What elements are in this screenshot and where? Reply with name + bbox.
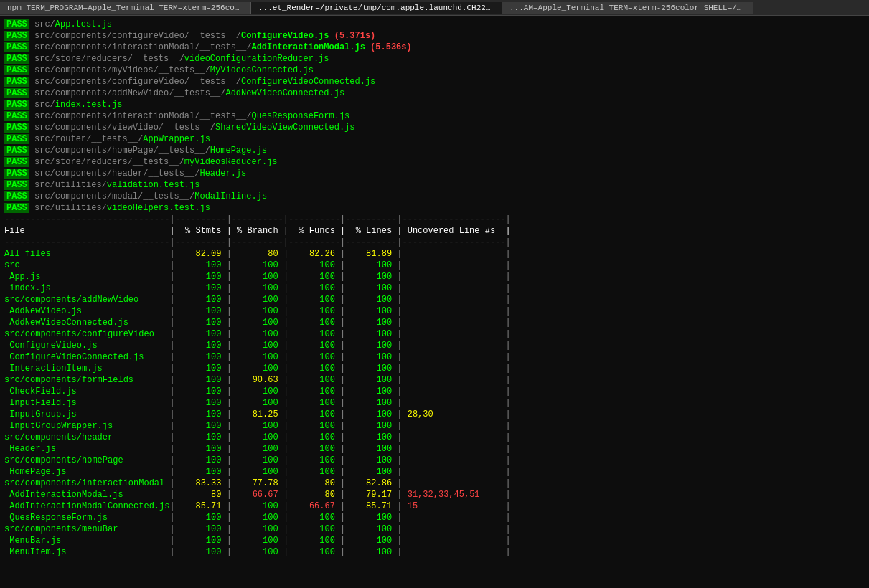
- row-stmts: 100: [175, 306, 227, 316]
- row-lines: 100: [345, 260, 397, 270]
- file-name: HomePage.js: [210, 146, 267, 156]
- file-name: SharedVideoViewConnected.js: [215, 123, 354, 133]
- row-branch: 100: [232, 501, 283, 511]
- row-stmts: 100: [175, 295, 227, 305]
- tab-1[interactable]: npm TERM_PROGRAM=Apple_Terminal TERM=xte…: [0, 2, 251, 14]
- row-file: InputGroupWrapper.js: [4, 421, 169, 431]
- row-uncovered: 28,30: [403, 409, 506, 419]
- terminal-window: npm TERM_PROGRAM=Apple_Terminal TERM=xte…: [0, 0, 869, 588]
- row-funcs: 100: [288, 318, 340, 328]
- row-uncovered: [403, 295, 506, 305]
- table-row: src/components/formFields | 100 | 90.63 …: [4, 375, 511, 385]
- pass-badge: PASS: [4, 42, 29, 52]
- row-lines: 100: [345, 455, 397, 465]
- pass-badge: PASS: [4, 123, 29, 133]
- tab-2[interactable]: ...et_Render=/private/tmp/com.apple.laun…: [251, 2, 502, 14]
- row-file: src/components/addNewVideo: [4, 295, 169, 305]
- row-stmts: 80: [175, 490, 227, 500]
- timing: (5.371s): [329, 31, 375, 41]
- pass-badge: PASS: [4, 157, 29, 167]
- row-funcs: 100: [288, 364, 340, 374]
- table-row: InteractionItem.js | 100 | 100 | 100 | 1…: [4, 364, 511, 374]
- row-funcs: 100: [288, 513, 340, 523]
- table-row: InputField.js | 100 | 100 | 100 | 100 | …: [4, 398, 511, 408]
- row-uncovered: [403, 272, 506, 282]
- row-uncovered: [403, 513, 506, 523]
- row-branch: 100: [232, 536, 283, 546]
- pass-badge: PASS: [4, 65, 29, 75]
- row-lines: 100: [345, 421, 397, 431]
- file-name: AppWrapper.js: [143, 134, 210, 144]
- row-uncovered: [403, 283, 506, 293]
- file-name: validation.test.js: [107, 180, 200, 190]
- row-stmts: 100: [175, 387, 227, 397]
- row-branch: 100: [232, 467, 283, 477]
- row-file: AddNewVideoConnected.js: [4, 318, 169, 328]
- file-name: ConfigureVideoConnected.js: [241, 77, 375, 87]
- row-branch: 100: [232, 260, 283, 270]
- file-name: AddNewVideoConnected.js: [225, 88, 344, 98]
- row-file: src/components/header: [4, 432, 169, 442]
- row-file: src/components/menuBar: [4, 524, 169, 534]
- row-file: ConfigureVideoConnected.js: [4, 352, 169, 362]
- file-path: src/utilities/: [34, 180, 107, 190]
- row-funcs: 100: [288, 398, 340, 408]
- row-file: src/components/formFields: [4, 375, 169, 385]
- row-file: src/components/homePage: [4, 455, 169, 465]
- row-uncovered: [403, 455, 506, 465]
- row-branch: 100: [232, 455, 283, 465]
- row-file: QuesResponseForm.js: [4, 513, 169, 523]
- file-name: QuesResponseForm.js: [251, 111, 349, 121]
- row-stmts: 100: [175, 260, 227, 270]
- row-uncovered: [403, 364, 506, 374]
- row-uncovered: [403, 524, 506, 534]
- row-file: MenuBar.js: [4, 536, 169, 546]
- row-file: AddInteractionModalConnected.js: [4, 501, 169, 511]
- table-row: src/components/homePage | 100 | 100 | 10…: [4, 455, 511, 465]
- row-lines: 100: [345, 398, 397, 408]
- row-stmts: 100: [175, 536, 227, 546]
- row-file: InputGroup.js: [4, 409, 169, 419]
- table-row: AddInteractionModalConnected.js| 85.71 |…: [4, 501, 511, 511]
- file-name: MyVideosConnected.js: [210, 65, 314, 75]
- row-branch: 100: [232, 421, 283, 431]
- row-lines: 100: [345, 387, 397, 397]
- file-path: src/router/__tests__/: [34, 134, 143, 144]
- table-row: Header.js | 100 | 100 | 100 | 100 | |: [4, 444, 511, 454]
- file-path: src/components/header/__tests__/: [34, 169, 199, 179]
- file-name: ConfigureVideo.js: [241, 31, 329, 41]
- row-uncovered: [403, 341, 506, 351]
- row-stmts: 100: [175, 364, 227, 374]
- row-branch: 100: [232, 272, 283, 282]
- row-file: src/components/configureVideo: [4, 329, 169, 339]
- row-uncovered: [403, 352, 506, 362]
- file-path: src/components/configureVideo/__tests__/: [34, 77, 241, 87]
- table-row: InputGroup.js | 100 | 81.25 | 100 | 100 …: [4, 409, 511, 419]
- separator2: --------------------------------|-------…: [4, 237, 511, 247]
- pass-badge: PASS: [4, 146, 29, 156]
- row-branch: 100: [232, 398, 283, 408]
- table-row: AddNewVideoConnected.js | 100 | 100 | 10…: [4, 318, 511, 328]
- row-lines: 100: [345, 341, 397, 351]
- title-bar: npm TERM_PROGRAM=Apple_Terminal TERM=xte…: [0, 0, 869, 16]
- row-file: MenuItem.js: [4, 547, 169, 557]
- row-uncovered: [403, 375, 506, 385]
- row-lines: 100: [345, 306, 397, 316]
- row-uncovered: [403, 536, 506, 546]
- row-lines: 100: [345, 272, 397, 282]
- row-lines: 100: [345, 329, 397, 339]
- row-funcs: 82.26: [288, 249, 340, 259]
- row-uncovered: [403, 249, 506, 259]
- row-uncovered: [403, 318, 506, 328]
- row-stmts: 100: [175, 524, 227, 534]
- tab-3[interactable]: ...AM=Apple_Terminal TERM=xterm-256color…: [502, 2, 753, 14]
- row-file: App.js: [4, 272, 169, 282]
- table-row: AddNewVideo.js | 100 | 100 | 100 | 100 |…: [4, 306, 511, 316]
- pass-badge: PASS: [4, 31, 29, 41]
- row-funcs: 100: [288, 329, 340, 339]
- pass-badge: PASS: [4, 54, 29, 64]
- file-path: src/: [34, 100, 55, 110]
- row-stmts: 100: [175, 409, 227, 419]
- row-file: HomePage.js: [4, 467, 169, 477]
- row-uncovered: [403, 260, 506, 270]
